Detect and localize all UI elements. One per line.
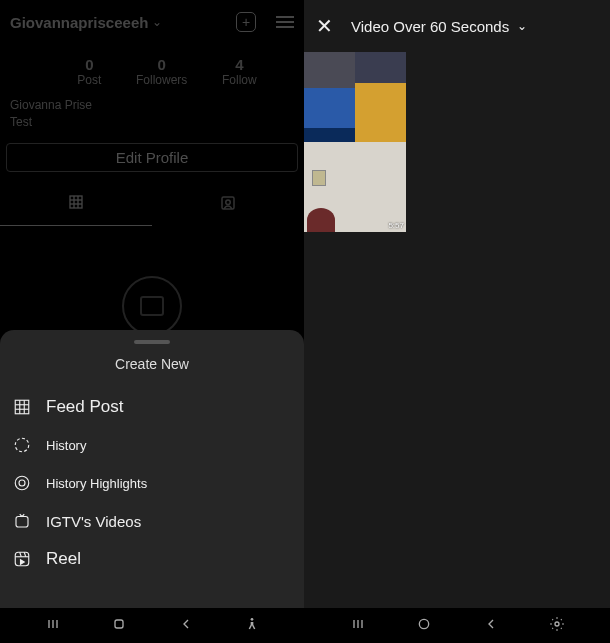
bio-name: Giovanna Prise: [10, 97, 294, 114]
username-dropdown[interactable]: Giovannaprisceeeh ⌄: [10, 14, 236, 31]
profile-tabs: [0, 184, 304, 226]
bio-text: Test: [10, 114, 294, 131]
home-button[interactable]: [111, 616, 127, 636]
svg-rect-23: [115, 620, 123, 628]
svg-point-14: [19, 480, 25, 486]
video-filter-dropdown[interactable]: Video Over 60 Seconds ⌄: [351, 18, 527, 35]
bio: Giovanna Prise Test: [0, 97, 304, 131]
svg-point-13: [15, 476, 29, 490]
sheet-title: Create New: [0, 356, 304, 372]
menu-icon[interactable]: [276, 16, 294, 28]
close-icon[interactable]: ✕: [316, 14, 333, 38]
chevron-down-icon: ⌄: [152, 15, 162, 29]
reel-icon: [12, 549, 32, 569]
accessibility-button[interactable]: [244, 616, 260, 636]
sheet-item-history[interactable]: History: [0, 426, 304, 464]
video-thumb[interactable]: [304, 52, 355, 142]
svg-point-6: [226, 200, 231, 205]
profile-stats: 0 Post 0 Followers 4 Follow: [0, 44, 304, 97]
tab-grid[interactable]: [0, 184, 152, 226]
tab-tagged[interactable]: [152, 184, 304, 226]
edit-profile-button[interactable]: Edit Profile: [6, 143, 298, 172]
empty-state-icon: [122, 276, 182, 336]
svg-rect-5: [222, 197, 234, 209]
home-button[interactable]: [416, 616, 432, 636]
tagged-icon: [219, 198, 237, 215]
stat-followers[interactable]: 0 Followers: [136, 56, 187, 87]
video-thumb[interactable]: [355, 52, 406, 142]
svg-point-24: [251, 618, 254, 621]
svg-line-18: [20, 552, 22, 557]
svg-point-28: [420, 619, 429, 628]
recents-button[interactable]: [350, 616, 366, 636]
sheet-item-igtv[interactable]: IGTV's Videos: [0, 502, 304, 540]
recents-button[interactable]: [45, 616, 61, 636]
filter-title: Video Over 60 Seconds: [351, 18, 509, 35]
username-text: Giovannaprisceeeh: [10, 14, 148, 31]
grid-icon: [68, 194, 84, 210]
svg-rect-7: [15, 400, 29, 414]
svg-rect-0: [70, 196, 82, 208]
sheet-item-highlights[interactable]: History Highlights: [0, 464, 304, 502]
svg-rect-15: [16, 517, 28, 528]
highlight-icon: [12, 473, 32, 493]
sheet-item-feed-post[interactable]: Feed Post: [0, 388, 304, 426]
profile-header: Giovannaprisceeeh ⌄ +: [0, 0, 304, 44]
stat-posts[interactable]: 0 Post: [77, 56, 101, 87]
svg-line-19: [24, 552, 26, 557]
svg-point-29: [555, 622, 559, 626]
video-thumb[interactable]: [304, 142, 355, 232]
create-new-sheet: Create New Feed Post History Hist: [0, 330, 304, 608]
back-button[interactable]: [483, 616, 499, 636]
back-button[interactable]: [178, 616, 194, 636]
svg-point-12: [15, 438, 29, 452]
system-nav-bar: [0, 608, 610, 643]
sheet-item-reel[interactable]: Reel: [0, 540, 304, 578]
grid-icon: [12, 397, 32, 417]
accessibility-button[interactable]: [549, 616, 565, 636]
story-icon: [12, 435, 32, 455]
video-picker-header: ✕ Video Over 60 Seconds ⌄: [304, 0, 610, 52]
video-grid: 5:57: [304, 52, 406, 232]
sheet-drag-handle[interactable]: [134, 340, 170, 344]
igtv-icon: [12, 511, 32, 531]
chevron-down-icon: ⌄: [517, 19, 527, 33]
create-post-icon[interactable]: +: [236, 12, 256, 32]
video-thumb[interactable]: 5:57: [355, 142, 406, 232]
video-duration: 5:57: [388, 221, 404, 230]
stat-following[interactable]: 4 Follow: [222, 56, 257, 87]
